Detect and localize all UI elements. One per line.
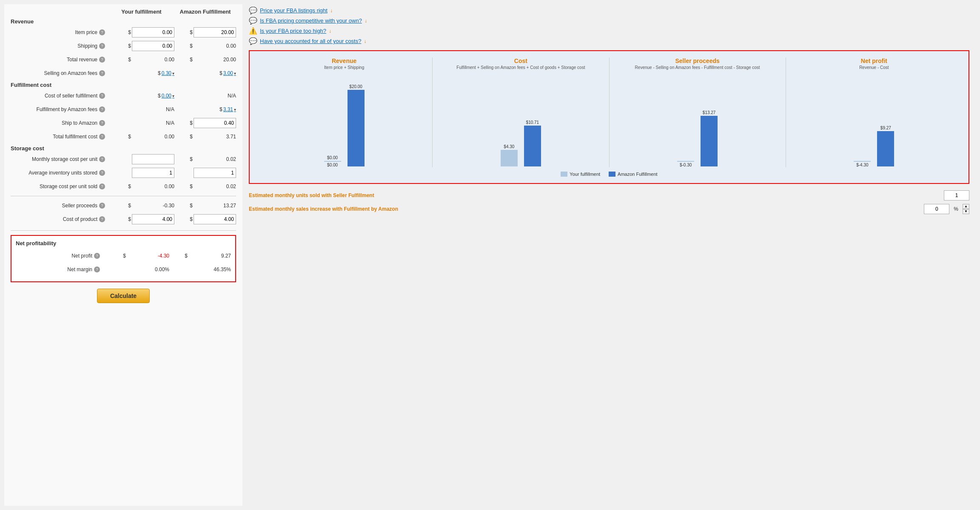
shipping-your-input[interactable] — [132, 41, 174, 51]
cost-seller-fulfillment-your-cell: $ 0.00 ▾ — [108, 93, 174, 99]
shipping-your-cell: $ — [108, 41, 174, 51]
tip-link-3[interactable]: Have you accounted for all of your costs… — [260, 38, 361, 44]
net-profitability-box: Net profitability Net profit ? $ -4.30 $… — [11, 235, 236, 282]
chart-cost-amazon-bar — [524, 126, 541, 166]
cost-product-info-icon[interactable]: ? — [99, 216, 105, 222]
monthly-seller-input[interactable] — [944, 190, 969, 201]
item-price-row: Item price ? $ $ — [11, 26, 236, 38]
avg-inventory-amazon-cell — [174, 168, 236, 178]
calculate-button[interactable]: Calculate — [97, 289, 150, 303]
avg-inventory-row: Average inventory units stored ? — [11, 167, 236, 179]
chart-seller-proceeds-bars: $-0.30 $13.27 — [614, 82, 781, 167]
net-margin-your-cell: 0.00% — [103, 266, 169, 272]
cost-seller-fulfillment-label: Cost of seller fulfillment ? — [11, 93, 108, 99]
monthly-storage-cost-amazon-cell: $ 0.02 — [174, 156, 236, 162]
spinner-down-button[interactable]: ▼ — [963, 209, 969, 214]
monthly-storage-cost-your-cell — [108, 154, 174, 164]
monthly-amazon-input[interactable] — [924, 204, 949, 214]
chart-section-revenue: Revenue Item price + Shipping $0.00 $0.0… — [256, 57, 433, 167]
cost-seller-fulfillment-info-icon[interactable]: ? — [99, 93, 105, 99]
net-profitability-title: Net profitability — [16, 240, 231, 246]
selling-fees-your-link[interactable]: 0.30 ▾ — [162, 70, 174, 76]
tip-row-3: 💬 Have you accounted for all of your cos… — [249, 37, 969, 45]
storage-cost-unit-your-value: 0.00 — [132, 183, 174, 189]
cost-product-label: Cost of product ? — [11, 216, 108, 222]
chart-seller-proceeds-your-group: $-0.30 — [677, 160, 694, 167]
fba-fees-your-cell: N/A — [108, 106, 174, 112]
net-margin-info-icon[interactable]: ? — [94, 266, 100, 272]
monthly-amazon-percent: % — [954, 206, 958, 212]
ship-to-amazon-amazon-input[interactable] — [194, 118, 236, 128]
shipping-row: Shipping ? $ $ 0.00 — [11, 40, 236, 52]
chart-net-profit-title: Net profit — [790, 57, 958, 64]
tip-link-1[interactable]: Is FBA pricing competitive with your own… — [260, 17, 362, 24]
total-fulfillment-info-icon[interactable]: ? — [99, 134, 105, 140]
cost-seller-fulfillment-amazon-na: N/A — [194, 93, 236, 99]
storage-cost-unit-info-icon[interactable]: ? — [99, 183, 105, 189]
monthly-amazon-spinner[interactable]: ▲ ▼ — [963, 204, 969, 214]
chart-seller-proceeds-your-bottom: $-0.30 — [680, 163, 692, 167]
total-fulfillment-amazon-cell: $ 3.71 — [174, 134, 236, 140]
chart-cost-bars: $4.30 $10.71 — [437, 82, 604, 167]
net-profit-info-icon[interactable]: ? — [94, 253, 100, 259]
chart-cost-your-label: $4.30 — [504, 144, 514, 149]
legend-amazon-label: Amazon Fulfillment — [618, 172, 658, 177]
total-revenue-your-cell: $ 0.00 — [108, 57, 174, 63]
chart-net-profit-your-bottom: $-4.30 — [856, 163, 868, 167]
chart-cost-amazon-label: $10.71 — [526, 120, 539, 125]
avg-inventory-amazon-input[interactable] — [194, 168, 236, 178]
avg-inventory-info-icon[interactable]: ? — [99, 170, 105, 176]
monthly-storage-cost-row: Monthly storage cost per unit ? $ 0.02 — [11, 153, 236, 165]
chart-cost-your-bar — [501, 150, 518, 166]
chart-revenue-your-bar — [324, 161, 341, 162]
net-profit-label: Net profit ? — [16, 253, 103, 259]
monthly-storage-cost-label: Monthly storage cost per unit ? — [11, 156, 108, 162]
cost-product-amazon-input[interactable] — [194, 214, 236, 224]
seller-proceeds-amazon-cell: $ 13.27 — [174, 203, 236, 209]
shipping-info-icon[interactable]: ? — [99, 43, 105, 49]
tip-link-0[interactable]: Price your FBA listings right — [260, 7, 328, 14]
net-profit-row: Net profit ? $ -4.30 $ 9.27 — [16, 250, 231, 262]
ship-to-amazon-info-icon[interactable]: ? — [99, 120, 105, 126]
item-price-your-input[interactable] — [132, 27, 174, 37]
seller-proceeds-info-icon[interactable]: ? — [99, 203, 105, 209]
total-revenue-info-icon[interactable]: ? — [99, 57, 105, 63]
item-price-amazon-input[interactable] — [194, 27, 236, 37]
chart-seller-proceeds-your-bar — [677, 161, 694, 162]
monthly-storage-cost-amazon-value: 0.02 — [194, 156, 236, 162]
chart-legend: Your fulfillment Amazon Fulfillment — [256, 172, 962, 177]
ship-to-amazon-row: Ship to Amazon ? N/A $ — [11, 117, 236, 129]
fba-fees-info-icon[interactable]: ? — [99, 106, 105, 112]
fulfillment-cost-title: Fulfillment cost — [11, 82, 236, 88]
chart-seller-proceeds-amazon-label: $13.27 — [703, 110, 716, 115]
avg-inventory-your-input[interactable] — [132, 168, 174, 178]
fba-fees-amazon-link[interactable]: 3.31 ▾ — [223, 106, 236, 112]
monthly-storage-cost-your-input[interactable] — [132, 154, 174, 164]
chart-net-profit-your-bar — [854, 161, 871, 162]
total-revenue-row: Total revenue ? $ 0.00 $ 20.00 — [11, 54, 236, 66]
total-fulfillment-label: Total fulfillment cost ? — [11, 134, 108, 140]
chart-revenue-amazon-label: $20.00 — [349, 84, 362, 89]
net-margin-row: Net margin ? 0.00% 46.35% — [16, 264, 231, 275]
chart-revenue-title: Revenue — [260, 57, 428, 64]
cost-seller-fulfillment-your-link[interactable]: 0.00 ▾ — [162, 93, 174, 99]
chart-cost-title: Cost — [437, 57, 604, 64]
selling-fees-amazon-link[interactable]: 3.00 ▾ — [223, 70, 236, 76]
spinner-up-button[interactable]: ▲ — [963, 204, 969, 209]
item-price-info-icon[interactable]: ? — [99, 29, 105, 35]
storage-cost-title: Storage cost — [11, 145, 236, 152]
monthly-storage-cost-info-icon[interactable]: ? — [99, 156, 105, 162]
chart-seller-proceeds-amazon-group: $13.27 — [701, 110, 718, 167]
cost-product-your-input[interactable] — [132, 214, 174, 224]
monthly-seller-row: Estimated monthly units sold with Seller… — [249, 190, 969, 201]
selling-fees-label: Selling on Amazon fees ? — [11, 70, 108, 76]
chart-revenue-bars: $0.00 $0.00 $20.00 — [260, 82, 428, 167]
seller-proceeds-label: Seller proceeds ? — [11, 203, 108, 209]
selling-fees-info-icon[interactable]: ? — [99, 70, 105, 76]
col-amazon-fulfillment: Amazon Fulfillment — [174, 9, 236, 15]
seller-proceeds-amazon-value: 13.27 — [194, 203, 236, 209]
tip-link-2[interactable]: Is your FBA price too high? — [260, 28, 326, 34]
item-price-your-cell: $ — [108, 27, 174, 37]
tip-icon-0: 💬 — [249, 6, 257, 14]
right-panel: 💬 Price your FBA listings right ↓ 💬 Is F… — [242, 4, 976, 506]
